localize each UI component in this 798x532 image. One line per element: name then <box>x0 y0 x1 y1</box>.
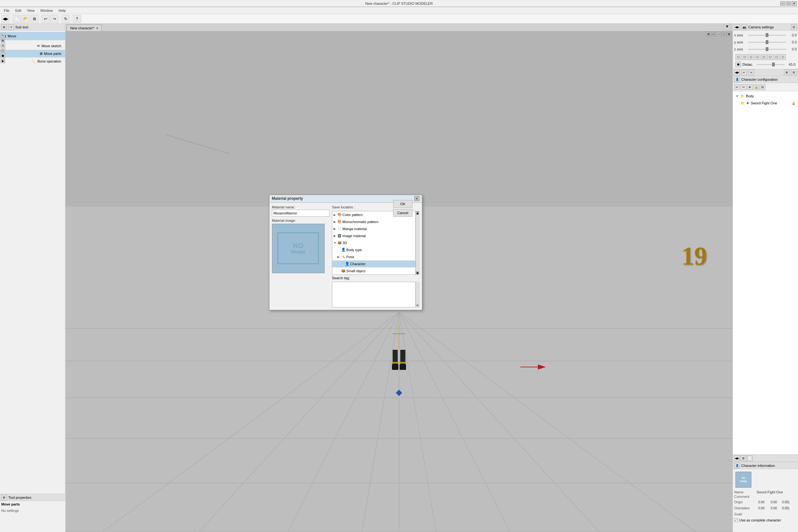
distac-slider[interactable] <box>757 64 784 65</box>
icon-bone[interactable]: ⬟ <box>1 54 5 58</box>
panel-btn-1[interactable]: ⊞ <box>1 24 7 30</box>
y-axis-thumb[interactable] <box>766 40 768 44</box>
menu-window[interactable]: Window <box>38 8 55 13</box>
scrollbar-up[interactable]: ▲ <box>416 211 419 214</box>
char-info-header: 👤 Character information <box>733 462 798 469</box>
origin-x: 0.00 <box>753 500 764 504</box>
location-tree[interactable]: ▶ 🎨 Color pattern ▶ 🎨 Monochromatic patt… <box>332 211 416 275</box>
search-scrollbar[interactable]: + <box>416 282 419 307</box>
icon-3d[interactable]: ⬡ <box>1 49 5 53</box>
char-tool-3[interactable]: ⊕ <box>747 84 753 90</box>
ok-button[interactable]: OK <box>393 200 413 208</box>
use-complete-checkbox[interactable]: ✓ <box>734 518 738 522</box>
cam-icon-8[interactable]: ⬡ <box>780 54 786 60</box>
camera-icon: 📷 <box>741 24 747 30</box>
char-info-btn1[interactable]: ⊞ <box>741 455 746 461</box>
x-axis-thumb[interactable] <box>766 33 768 37</box>
cam-icon-3[interactable]: ⬡ <box>748 54 754 60</box>
cam-icon-1[interactable]: ⬡ <box>736 54 741 60</box>
char-tool-4[interactable]: 🔒 <box>753 84 759 90</box>
char-info-btn2[interactable]: 📄 <box>747 455 753 461</box>
redo-btn[interactable]: ↪ <box>748 70 754 75</box>
close-btn[interactable]: ✕ <box>792 1 797 6</box>
icon-transform[interactable]: ⊞ <box>1 38 5 43</box>
tool-props-header: ⊞ Tool properties <box>0 494 65 501</box>
distac-label: Distac. <box>742 62 755 66</box>
loc-icon-3d: 📦 <box>337 241 342 245</box>
use-complete-checkbox-row[interactable]: ✓ Use as complete character <box>734 518 797 522</box>
icon-select[interactable]: ↖ <box>1 33 5 38</box>
loc-label-3d: 3D <box>342 241 347 245</box>
loc-body-type[interactable]: 👤 Body type <box>332 246 415 253</box>
search-add-btn[interactable]: + <box>416 304 419 307</box>
panel-btn-2[interactable]: ≡ <box>8 24 14 30</box>
tool-move[interactable]: ⊕ Move <box>0 32 65 40</box>
window-controls[interactable]: ─ □ ✕ <box>780 1 797 6</box>
menu-help[interactable]: Help <box>56 8 68 13</box>
extra-btn-1[interactable]: ⊞ <box>784 70 790 75</box>
toolbar-collapse-left[interactable]: ◀▶ <box>1 15 10 23</box>
material-property-dialog: Material property × Material name: Mater… <box>269 195 422 310</box>
char-tool-1[interactable]: ↩ <box>734 84 740 90</box>
undo-btn[interactable]: ↩ <box>741 70 747 75</box>
toolbar-refresh[interactable]: ↻ <box>62 15 70 23</box>
maximize-btn[interactable]: □ <box>786 1 791 6</box>
subtool-move-parts[interactable]: ⊕ Move parts <box>0 50 65 57</box>
char-config-sword-item[interactable]: 📁 👁 Sword Fight One 🔒 <box>734 99 797 107</box>
search-tag-textarea[interactable] <box>332 282 416 307</box>
z-axis-slider[interactable] <box>748 49 786 50</box>
toolbar-new[interactable]: 📄 <box>13 15 21 23</box>
char-tool-5[interactable]: ⊟ <box>760 84 765 90</box>
char-config-body-item[interactable]: ▼ 📁 Body <box>734 93 797 99</box>
menu-edit[interactable]: Edit <box>13 8 24 13</box>
camera-settings-extra[interactable]: ⊟ <box>791 24 797 30</box>
tree-scrollbar[interactable]: ▲ ▼ <box>416 211 419 275</box>
char-info-collapse[interactable]: ◀▶ <box>734 455 740 461</box>
minimize-btn[interactable]: ─ <box>780 1 785 6</box>
icon-layers[interactable]: ≡ <box>1 43 5 48</box>
scrollbar-down[interactable]: ▼ <box>416 271 419 274</box>
loc-small-object[interactable]: 📦 Small object <box>332 267 415 274</box>
loc-icon-char: 👤 <box>345 262 349 266</box>
char-info-top: NO image <box>734 470 797 489</box>
menu-view[interactable]: View <box>24 8 37 13</box>
modal-close-btn[interactable]: × <box>414 196 419 201</box>
char-info-content: NO image Name Sword Fight One Comment Or… <box>733 469 798 524</box>
right-collapse-btn[interactable]: ◀▶ <box>734 24 740 30</box>
toolbar-open[interactable]: 📂 <box>21 15 30 23</box>
loc-icon-manga: 📄 <box>337 227 342 231</box>
extra-btn-2[interactable]: ⊟ <box>791 70 797 75</box>
z-axis-thumb[interactable] <box>766 47 768 51</box>
loc-manga[interactable]: ▶ 📄 Manga material <box>332 225 415 232</box>
icon-anim[interactable]: ▶ <box>1 59 5 63</box>
char-tool-2[interactable]: ↪ <box>741 84 746 90</box>
subtool-move-sketch[interactable]: ✏ Move sketch <box>0 42 65 50</box>
loc-mono-pattern[interactable]: ▶ 🎨 Monochromatic pattern <box>332 218 415 225</box>
subtool-label: Sub tool <box>15 25 28 29</box>
cam-icon-6[interactable]: ⬡ <box>767 54 773 60</box>
tool-props-btn[interactable]: ⊞ <box>1 495 7 500</box>
toolbar-board[interactable]: ⊞ <box>30 15 39 23</box>
cam-icon-4[interactable]: ⬡ <box>755 54 760 60</box>
modal-overlay: Material property × Material name: Mater… <box>65 24 733 532</box>
loc-3d[interactable]: ▼ 📦 3D <box>332 239 415 246</box>
cam-icon-2[interactable]: ⬡ <box>742 54 747 60</box>
material-name-input[interactable] <box>272 210 329 217</box>
cancel-button[interactable]: Cancel <box>393 209 413 217</box>
right-panel-collapse[interactable]: ◀▶ <box>734 70 740 75</box>
loc-image-material[interactable]: ▶ 🖼 Image material <box>332 232 415 239</box>
loc-character[interactable]: 👤 Character <box>332 261 415 267</box>
tool-props-sublabel: Move parts <box>0 501 65 508</box>
y-axis-slider[interactable] <box>748 42 786 43</box>
toolbar-redo[interactable]: ↪ <box>51 15 59 23</box>
cam-icon-7[interactable]: ⬡ <box>774 54 779 60</box>
toolbar-help[interactable]: ? <box>73 15 81 23</box>
distac-thumb[interactable] <box>772 62 775 66</box>
loc-pose[interactable]: ▶ 🤸 Pose <box>332 253 415 261</box>
toolbar-undo[interactable]: ↩ <box>41 15 50 23</box>
x-axis-slider[interactable] <box>748 35 786 36</box>
cam-icon-5[interactable]: ⬡ <box>761 54 767 60</box>
menu-file[interactable]: File <box>1 8 12 13</box>
distac-icon[interactable]: ⬟ <box>736 62 741 67</box>
subtool-bone-op[interactable]: 🦴 Bone operation <box>0 57 65 65</box>
